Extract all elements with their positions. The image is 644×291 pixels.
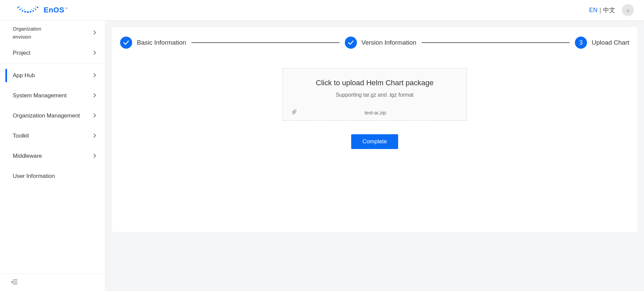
step-label: Upload Chart xyxy=(592,39,629,46)
sidebar-item-project[interactable]: Project xyxy=(0,43,105,63)
user-avatar[interactable]: u xyxy=(622,4,634,16)
step-number: 3 xyxy=(575,37,587,49)
main-content: Basic Information Version Information 3 … xyxy=(105,20,644,291)
sidebar-item-label: Project xyxy=(13,50,31,56)
uploaded-file-name: test-ai.zip xyxy=(300,110,457,115)
sidebar-item-label: System Management xyxy=(13,92,67,99)
app-header: EnOS™ EN | 中文 u xyxy=(0,0,644,20)
svg-point-0 xyxy=(17,6,19,8)
wizard-stepper: Basic Information Version Information 3 … xyxy=(119,37,631,49)
logo-icon xyxy=(17,5,40,15)
chevron-right-icon xyxy=(94,153,96,159)
chevron-right-icon xyxy=(94,50,96,56)
complete-button[interactable]: Complete xyxy=(351,134,398,149)
sidebar-item-label: Middleware xyxy=(13,153,42,159)
chevron-right-icon xyxy=(94,133,96,139)
svg-point-6 xyxy=(33,10,34,12)
svg-point-9 xyxy=(19,6,20,7)
sidebar-org-selector[interactable]: Organization envision xyxy=(0,23,105,43)
svg-point-2 xyxy=(22,10,23,12)
step-version-information: Version Information xyxy=(345,37,417,49)
svg-point-11 xyxy=(24,9,25,10)
step-basic-information: Basic Information xyxy=(120,37,186,49)
sidebar-item-label: App Hub xyxy=(13,72,35,79)
upload-dropzone[interactable]: Click to upload Helm Chart package Suppo… xyxy=(282,68,467,121)
collapse-sidebar-icon[interactable] xyxy=(11,279,17,286)
svg-point-14 xyxy=(36,6,37,7)
step-done-check-icon xyxy=(120,37,132,49)
sidebar-item-user-information[interactable]: User Information xyxy=(0,166,105,186)
svg-point-13 xyxy=(34,8,35,9)
chevron-right-icon xyxy=(94,30,96,36)
sidebar-item-label: User Information xyxy=(13,173,55,180)
sidebar-item-organization-management[interactable]: Organization Management xyxy=(0,106,105,126)
content-card: Basic Information Version Information 3 … xyxy=(112,27,637,232)
sidebar-item-middleware[interactable]: Middleware xyxy=(0,146,105,166)
avatar-initial: u xyxy=(627,7,629,13)
step-upload-chart: 3 Upload Chart xyxy=(575,37,629,49)
lang-cn[interactable]: 中文 xyxy=(603,6,615,14)
upload-subtitle: Supporting tar.gz and .tgz format xyxy=(289,92,460,98)
sidebar-org-name: envision xyxy=(13,33,41,41)
svg-point-12 xyxy=(31,9,32,10)
sidebar-item-system-management[interactable]: System Management xyxy=(0,86,105,106)
chevron-right-icon xyxy=(94,93,96,98)
language-switcher: EN | 中文 xyxy=(589,6,615,14)
sidebar-item-label: Toolkit xyxy=(13,133,29,139)
brand-logo[interactable]: EnOS™ xyxy=(17,5,68,15)
lang-separator: | xyxy=(599,7,601,14)
sidebar: Organization envision Project App Hub xyxy=(0,20,105,291)
upload-title: Click to upload Helm Chart package xyxy=(289,79,460,87)
svg-point-7 xyxy=(35,9,36,10)
svg-point-1 xyxy=(19,9,21,10)
svg-point-8 xyxy=(37,6,38,8)
step-connector xyxy=(422,42,570,43)
step-label: Basic Information xyxy=(137,39,186,46)
sidebar-item-app-hub[interactable]: App Hub xyxy=(0,65,105,86)
sidebar-item-label: Organization Management xyxy=(13,112,80,119)
svg-point-4 xyxy=(27,11,29,13)
brand-name: EnOS xyxy=(44,6,64,14)
svg-point-3 xyxy=(24,11,26,12)
svg-point-10 xyxy=(21,8,22,9)
uploaded-file-row[interactable]: test-ai.zip xyxy=(289,107,460,116)
paperclip-icon xyxy=(292,109,297,116)
step-done-check-icon xyxy=(345,37,357,49)
step-label: Version Information xyxy=(362,39,417,46)
lang-en[interactable]: EN xyxy=(589,7,597,14)
svg-point-5 xyxy=(30,11,32,12)
sidebar-org-caption: Organization xyxy=(13,25,41,33)
chevron-right-icon xyxy=(94,73,96,78)
chevron-right-icon xyxy=(94,113,96,118)
step-connector xyxy=(192,42,339,43)
brand-trademark: ™ xyxy=(65,7,68,10)
sidebar-item-toolkit[interactable]: Toolkit xyxy=(0,126,105,146)
